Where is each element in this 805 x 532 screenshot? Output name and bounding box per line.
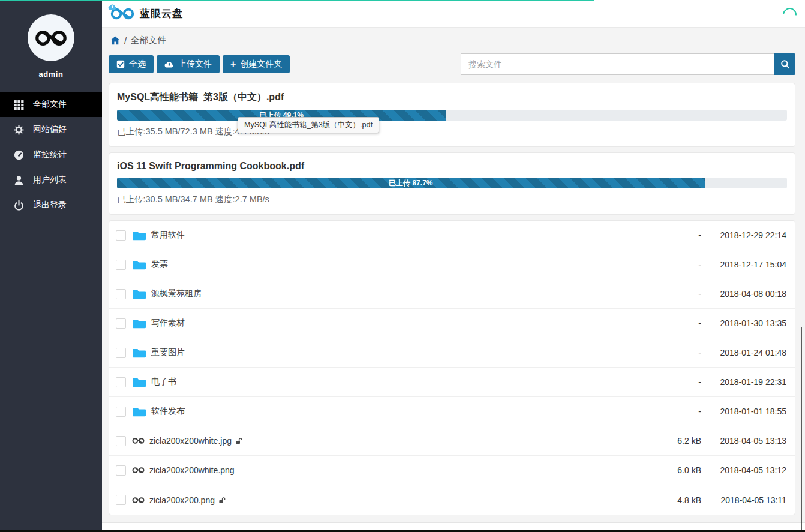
create-folder-button[interactable]: + 创建文件夹	[223, 55, 290, 73]
power-icon	[14, 200, 24, 211]
sidebar-item-all-files[interactable]: 全部文件	[0, 92, 102, 117]
upload-file-label: 上传文件	[178, 59, 212, 70]
search-input[interactable]	[461, 53, 774, 75]
breadcrumb: / 全部文件	[110, 35, 795, 46]
file-date: 2018-12-29 22:14	[701, 230, 786, 240]
file-name[interactable]: 电子书	[151, 377, 176, 387]
sidebar-item-monitoring[interactable]: 监控统计	[0, 142, 102, 167]
file-size: -	[647, 407, 701, 416]
sidebar-item-site-preferences[interactable]: 网站偏好	[0, 117, 102, 142]
search-button[interactable]	[774, 53, 795, 75]
table-row[interactable]: 电子书 - 2018-01-19 22:31	[109, 368, 795, 397]
unlock-icon	[235, 437, 242, 444]
row-checkbox[interactable]	[116, 495, 126, 505]
image-file-thumbnail-icon	[132, 467, 145, 474]
file-size: -	[647, 289, 701, 299]
table-row[interactable]: 重要图片 - 2018-01-24 01:48	[109, 338, 795, 368]
gauge-icon	[14, 150, 24, 160]
sidebar-item-user-list[interactable]: 用户列表	[0, 167, 102, 193]
table-row[interactable]: 源枫景苑租房 - 2018-04-08 00:18	[109, 279, 795, 309]
row-checkbox[interactable]	[116, 230, 126, 241]
table-row[interactable]: 写作素材 - 2018-01-30 13:35	[109, 309, 795, 338]
row-checkbox[interactable]	[116, 436, 126, 446]
file-date: 2018-04-05 13:11	[701, 495, 786, 505]
row-checkbox[interactable]	[116, 260, 126, 270]
sidebar-item-label: 全部文件	[33, 99, 67, 110]
upload-progress-fill: 已上传 87.7%	[117, 178, 705, 188]
search-icon	[780, 59, 790, 69]
file-name[interactable]: zicla200x200white.jpg	[149, 436, 242, 446]
plus-icon: +	[230, 59, 236, 69]
file-size: -	[647, 230, 701, 240]
home-icon[interactable]	[110, 36, 120, 45]
upload-progress-track: 已上传 87.7%	[117, 178, 787, 188]
select-all-button[interactable]: 全选	[109, 55, 154, 73]
upload-progress-track: 已上传 49.1%	[117, 110, 787, 121]
unlock-icon	[218, 497, 226, 504]
table-row[interactable]: 常用软件 - 2018-12-29 22:14	[109, 221, 795, 250]
gear-icon	[14, 125, 24, 135]
file-name[interactable]: 发票	[151, 259, 168, 270]
upload-stats: 已上传:35.5 MB/72.3 MB 速度:4.4 MB/s	[117, 126, 787, 137]
select-all-label: 全选	[129, 59, 146, 70]
upload-tooltip: MySQL高性能书籍_第3版（中文）.pdf	[238, 117, 379, 133]
window-bottom-edge	[0, 530, 805, 532]
table-row[interactable]: 发票 - 2018-12-17 15:04	[109, 250, 795, 279]
sidebar-item-logout[interactable]: 退出登录	[0, 193, 102, 218]
upload-card: iOS 11 Swift Programming Cookbook.pdf 已上…	[109, 152, 795, 215]
avatar[interactable]	[28, 14, 74, 61]
file-date: 2018-01-01 18:55	[701, 407, 786, 416]
file-name[interactable]: 写作素材	[151, 318, 185, 329]
upload-progress-label: 已上传 87.7%	[389, 178, 432, 188]
infinity-logo-icon	[35, 29, 67, 47]
sidebar-item-label: 监控统计	[33, 149, 67, 160]
table-row[interactable]: 软件发布 - 2018-01-01 18:55	[109, 397, 795, 426]
file-name[interactable]: zicla200x200white.png	[149, 465, 235, 475]
file-date: 2018-12-17 15:04	[701, 260, 786, 269]
file-size: 4.8 kB	[647, 495, 701, 505]
file-size: -	[647, 377, 701, 387]
file-size: -	[647, 348, 701, 357]
file-name[interactable]: zicla200x200.png	[149, 495, 226, 505]
table-row[interactable]: zicla200x200white.jpg 6.2 kB 2018-04-05 …	[109, 426, 795, 456]
row-checkbox[interactable]	[116, 407, 126, 417]
row-checkbox[interactable]	[116, 465, 126, 476]
table-row[interactable]: zicla200x200.png 4.8 kB 2018-04-05 13:11	[109, 485, 795, 515]
file-name[interactable]: 软件发布	[151, 406, 185, 417]
create-folder-label: 创建文件夹	[240, 59, 282, 70]
folder-icon	[132, 406, 146, 417]
top-header: 蓝眼云盘	[102, 0, 805, 28]
check-square-icon	[116, 60, 125, 68]
file-date: 2018-04-05 13:12	[701, 465, 786, 475]
file-date: 2018-01-24 01:48	[701, 348, 786, 357]
scrollbar[interactable]	[801, 327, 802, 530]
loading-spinner	[780, 5, 799, 24]
row-checkbox[interactable]	[116, 289, 126, 299]
app-title: 蓝眼云盘	[140, 7, 183, 20]
table-row[interactable]: zicla200x200white.png 6.0 kB 2018-04-05 …	[109, 456, 795, 485]
image-file-thumbnail-icon	[132, 437, 145, 444]
row-checkbox[interactable]	[116, 348, 126, 358]
sidebar-item-label: 用户列表	[33, 175, 67, 185]
upload-stats: 已上传:30.5 MB/34.7 MB 速度:2.7 MB/s	[117, 194, 787, 205]
file-name[interactable]: 源枫景苑租房	[151, 288, 202, 299]
upload-file-button[interactable]: 上传文件	[157, 55, 220, 73]
file-size: -	[647, 260, 701, 269]
folder-icon	[132, 259, 146, 270]
upload-filename: iOS 11 Swift Programming Cookbook.pdf	[117, 161, 787, 172]
file-list: 常用软件 - 2018-12-29 22:14 发票 - 2018-12-17 …	[109, 220, 795, 515]
file-name[interactable]: 常用软件	[151, 230, 185, 241]
file-size: 6.0 kB	[647, 465, 701, 475]
folder-icon	[132, 347, 146, 359]
page-loading-bar	[0, 0, 594, 1]
file-date: 2018-01-19 22:31	[701, 377, 786, 387]
cloud-upload-badge-icon	[108, 4, 117, 10]
breadcrumb-current[interactable]: 全部文件	[130, 35, 166, 46]
file-name[interactable]: 重要图片	[151, 347, 185, 358]
folder-icon	[132, 230, 146, 241]
row-checkbox[interactable]	[116, 318, 126, 329]
file-date: 2018-04-08 00:18	[701, 289, 786, 299]
brand-logo-icon	[110, 7, 134, 21]
row-checkbox[interactable]	[116, 377, 126, 387]
folder-icon	[132, 318, 146, 329]
